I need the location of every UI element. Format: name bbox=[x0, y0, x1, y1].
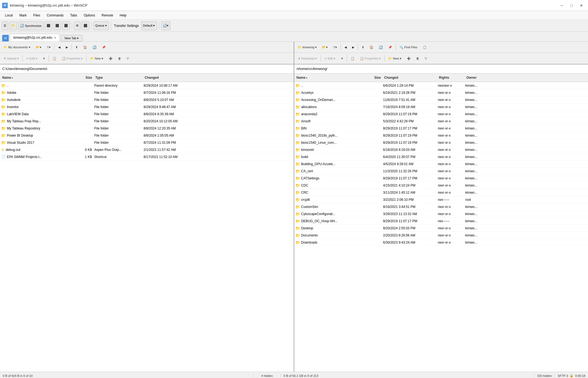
right-properties-button[interactable]: 📋 Properties ▾ bbox=[358, 55, 383, 62]
right-browse-btn[interactable]: 📂▾ bbox=[320, 43, 330, 51]
left-add-shortcut-btn[interactable]: 📌 bbox=[99, 43, 108, 51]
table-row[interactable]: 📁 .. Parent directory 8/29/2024 10:08:17… bbox=[0, 82, 294, 89]
left-col-changed[interactable]: Changed bbox=[144, 76, 198, 80]
right-find-files-btn[interactable]: 🔍 Find Files bbox=[397, 43, 420, 51]
left-parent-btn[interactable]: ⬆ bbox=[73, 43, 80, 51]
menu-tabs[interactable]: Tabs bbox=[67, 12, 80, 18]
table-row[interactable]: 📁 My Tableau Prep Rep... File folder 8/2… bbox=[0, 118, 294, 125]
menu-files[interactable]: Files bbox=[30, 12, 43, 18]
right-refresh-btn[interactable]: 🔄 bbox=[376, 43, 385, 51]
toolbar-cmd2[interactable]: ⬛ bbox=[53, 21, 61, 30]
right-col-changed[interactable]: Changed bbox=[383, 76, 438, 80]
right-copy-btn[interactable]: 📋 bbox=[348, 55, 357, 62]
toolbar-new-session[interactable]: ☰ bbox=[2, 21, 8, 30]
right-parent-btn[interactable]: ⬆ bbox=[359, 43, 367, 51]
left-col-type[interactable]: Type bbox=[94, 76, 144, 80]
right-forward-btn[interactable]: ▶ bbox=[350, 43, 357, 51]
table-row[interactable]: 📁 BIN 8/29/2019 11:07:17 PM rwxr-xr-x ki… bbox=[294, 125, 588, 132]
menu-commands[interactable]: Commands bbox=[44, 12, 66, 18]
table-row[interactable]: 📁 allocations 7/16/2024 8:09:19 AM rwxr-… bbox=[294, 103, 588, 111]
left-edit-button[interactable]: ✏ Edit ▾ bbox=[24, 55, 40, 62]
toolbar-transfer-default[interactable]: Default ▾ bbox=[141, 21, 157, 30]
right-new-file-btn[interactable]: ➕ bbox=[404, 55, 413, 62]
right-col-owner[interactable]: Owner bbox=[465, 76, 493, 80]
left-new-button[interactable]: 📁 New ▾ bbox=[88, 55, 106, 62]
right-edit-close[interactable]: ✕ bbox=[338, 55, 346, 62]
toolbar-queue[interactable]: Queue ▾ bbox=[93, 21, 109, 30]
table-row[interactable]: 📁 Ansoft 5/3/2022 4:42:26 PM rwxr-xr-x k… bbox=[294, 118, 588, 125]
left-filter-btn[interactable]: ▽▾ bbox=[44, 43, 53, 51]
left-edit-close[interactable]: ✕ bbox=[40, 55, 48, 62]
table-row[interactable]: 📁 Building_GPU-Accele... 4/5/2024 9:28:0… bbox=[294, 160, 588, 168]
table-row[interactable]: 📁 CATSettings 8/29/2019 11:07:17 PM rwxr… bbox=[294, 175, 588, 182]
table-row[interactable]: 📁 CytoscapeConfigurati... 3/28/2023 11:1… bbox=[294, 210, 588, 218]
table-row[interactable]: 📁 bmooreii 6/18/2018 8:16:03 AM rwxr-xr-… bbox=[294, 146, 588, 153]
table-row[interactable]: 📁 Desktop 8/20/2024 2:55:03 PM rwxr-xr-x… bbox=[294, 225, 588, 232]
left-col-size[interactable]: Size bbox=[72, 76, 94, 80]
table-row[interactable]: 📁 biosc1540_2018s_pyth... 8/29/2019 11:0… bbox=[294, 132, 588, 139]
left-path-bar[interactable]: C:\Users\kimwong\Documents\ bbox=[0, 64, 294, 73]
toolbar-synchronize[interactable]: 🔄Synchronize bbox=[18, 21, 44, 30]
menu-help[interactable]: Help bbox=[117, 12, 129, 18]
tab-close-icon[interactable]: ✕ bbox=[54, 36, 56, 39]
left-browse-btn[interactable]: 📂▾ bbox=[33, 43, 44, 51]
right-add-shortcut-btn[interactable]: 📌 bbox=[386, 43, 395, 51]
left-root-btn[interactable]: 🏠 bbox=[81, 43, 90, 51]
close-button[interactable]: ✕ bbox=[577, 2, 586, 9]
table-row[interactable]: 📁 Documents 2/20/2023 8:26:56 AM rwxr-xr… bbox=[294, 232, 588, 239]
menu-remote[interactable]: Remote bbox=[99, 12, 116, 18]
right-delete-btn[interactable]: 🗑 bbox=[414, 55, 422, 62]
menu-local[interactable]: Local bbox=[2, 12, 16, 18]
table-row[interactable]: 📁 Accessing_OnDeman... 11/6/2019 7:51:41… bbox=[294, 96, 588, 103]
right-copy-path-btn[interactable]: 📋 bbox=[420, 43, 429, 51]
toolbar-cmd1[interactable]: ⬛ bbox=[45, 21, 52, 30]
table-row[interactable]: 📁 DEBUG_OC_Hosp-NH... 8/29/2019 11:07:17… bbox=[294, 218, 588, 225]
right-col-rights[interactable]: Rights bbox=[438, 76, 465, 80]
table-row[interactable]: 📁 biosc1540_Linux_com... 8/29/2019 11:07… bbox=[294, 139, 588, 146]
table-row[interactable]: 📁 My Tableau Repository File folder 8/8/… bbox=[0, 125, 294, 132]
table-row[interactable]: 📁 CA_cert 11/3/2020 11:32:26 PM rwxr-xr-… bbox=[294, 168, 588, 175]
left-col-name[interactable]: Name ▲ bbox=[1, 76, 72, 80]
maximize-button[interactable]: □ bbox=[567, 2, 576, 9]
table-row[interactable]: 📁 Accelrys 6/24/2021 2:19:28 PM rwxr-xr-… bbox=[294, 89, 588, 96]
right-location-dropdown[interactable]: 📁 kimwong ▾ bbox=[295, 43, 319, 51]
table-row[interactable]: 📁 anaconda2 8/29/2019 11:07:19 PM rwxr-x… bbox=[294, 111, 588, 118]
right-edit-button[interactable]: ✏ Edit ▾ bbox=[322, 55, 338, 62]
tab-session[interactable]: kimwong@h2p.crc.pitt.edu ✕ bbox=[10, 34, 60, 41]
table-row[interactable]: 📁 Adobe File folder 8/7/2024 11:06:16 PM bbox=[0, 89, 294, 96]
menu-options[interactable]: Options bbox=[81, 12, 98, 18]
minimize-button[interactable]: ─ bbox=[557, 2, 566, 9]
left-forward-btn[interactable]: ▶ bbox=[63, 43, 70, 51]
table-row[interactable]: 📁 Autodesk File folder 8/8/2024 5:10:07 … bbox=[0, 96, 294, 103]
table-row[interactable]: 📁 CustomSim 8/16/2021 3:44:51 PM rwxr-xr… bbox=[294, 203, 588, 210]
right-path-bar[interactable]: /xhome/crc/kimwong/ bbox=[294, 64, 588, 73]
table-row[interactable]: 📄 EPA SWMM Projects.l... 1 KB Shortcut 8… bbox=[0, 153, 294, 160]
left-more-btn[interactable]: ▽ bbox=[124, 55, 131, 62]
table-row[interactable]: 📁 build 6/4/2020 11:30:07 PM rwxr-xr-x k… bbox=[294, 153, 588, 160]
right-col-size[interactable]: Size bbox=[361, 76, 383, 80]
table-row[interactable]: 📁 Downloads 6/30/2023 9:43:24 AM rwxr-xr… bbox=[294, 239, 588, 246]
table-row[interactable]: 📁 CDC 4/15/2021 4:10:24 PM rwxr-xr-x kim… bbox=[294, 182, 588, 189]
toolbar-open-dir[interactable]: 📁 bbox=[9, 21, 17, 30]
right-back-btn[interactable]: ◀ bbox=[342, 43, 349, 51]
right-new-button[interactable]: 📁 New ▾ bbox=[386, 55, 404, 62]
menu-mark[interactable]: Mark bbox=[17, 12, 30, 18]
left-copy-btn[interactable]: 📋 bbox=[50, 55, 59, 62]
left-location-dropdown[interactable]: 📁 My documents ▾ bbox=[1, 43, 33, 51]
upload-button[interactable]: ⬆ Upload ▾ bbox=[1, 55, 21, 62]
table-row[interactable]: ⚙ debug.out 0 KB Aspen Plus Outp... 2/1/… bbox=[0, 146, 294, 153]
table-row[interactable]: 📁 .. 6/6/2024 1:29:14 PM rwxrwxr-x kimwo… bbox=[294, 82, 588, 89]
table-row[interactable]: 📁 crcpitt 3/2/2021 2:06:10 PM rwx------ … bbox=[294, 196, 588, 203]
right-col-name[interactable]: Name ▲ bbox=[295, 76, 361, 80]
right-filter-btn[interactable]: ▽▾ bbox=[331, 43, 339, 51]
table-row[interactable]: 📁 LabVIEW Data File folder 8/8/2024 8:35… bbox=[0, 111, 294, 118]
new-tab-button[interactable]: New Tab ▾ bbox=[61, 35, 83, 41]
download-button[interactable]: ⬇ Download ▾ bbox=[295, 55, 319, 62]
toolbar-settings[interactable]: ⚙ bbox=[74, 21, 81, 30]
table-row[interactable]: 📁 Power BI Desktop File folder 8/8/2024 … bbox=[0, 132, 294, 139]
left-properties-button[interactable]: 📋 Properties ▾ bbox=[59, 55, 85, 62]
table-row[interactable]: 📁 Inventor File folder 8/29/2024 9:48:47… bbox=[0, 103, 294, 111]
left-back-btn[interactable]: ◀ bbox=[56, 43, 63, 51]
left-delete-btn[interactable]: 🗑 bbox=[116, 55, 124, 62]
left-refresh-btn[interactable]: 🔄 bbox=[90, 43, 99, 51]
